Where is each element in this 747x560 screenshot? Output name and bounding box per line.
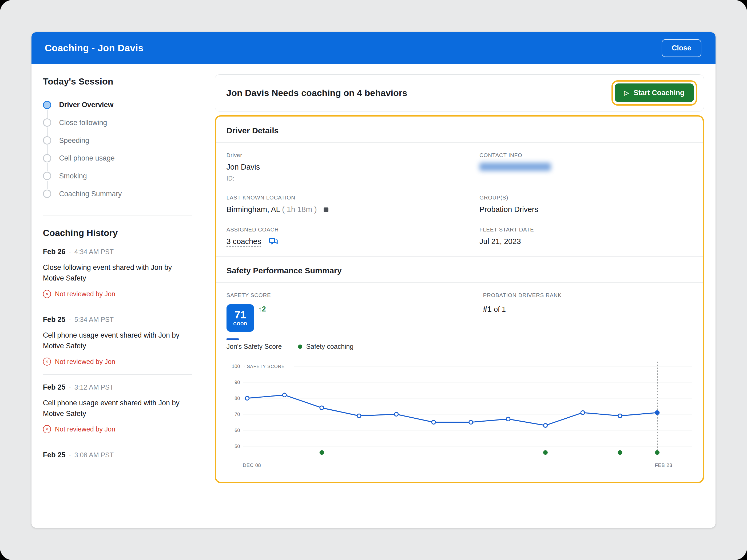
fleet-value: Jul 21, 2023	[480, 237, 692, 246]
history-status: Not reviewed by Jon	[43, 290, 192, 298]
history-event-text: Cell phone usage event shared with Jon b…	[43, 398, 192, 419]
history-entry[interactable]: Feb 253:12 AM PSTCell phone usage event …	[43, 383, 192, 434]
history-divider	[43, 374, 192, 375]
svg-text:60: 60	[234, 427, 240, 433]
coaches-link[interactable]: 3 coaches	[227, 237, 261, 247]
step-label: Cell phone usage	[59, 154, 114, 162]
not-reviewed-icon	[43, 425, 51, 433]
step-label: Speeding	[59, 136, 89, 144]
rank-label: PROBATION DRIVERS RANK	[483, 292, 692, 298]
section-divider	[216, 142, 703, 143]
driver-name: Jon Davis	[227, 163, 480, 171]
safety-score-chart: 5060708090100- SAFETY SCOREDEC 08FEB 23	[227, 358, 692, 472]
groups-field: GROUP(S) Probation Drivers	[480, 194, 692, 214]
history-timestamp: Feb 253:12 AM PST	[43, 383, 192, 392]
legend-line-label: Jon's Safety Score	[227, 343, 282, 350]
desktop-background: Coaching - Jon Davis Close Today's Sessi…	[0, 0, 747, 560]
step-radio-icon	[43, 172, 51, 180]
svg-text:80: 80	[234, 396, 240, 401]
location-duration: ( 1h 18m )	[282, 205, 317, 214]
banner-title: Jon Davis Needs coaching on 4 behaviors	[226, 88, 407, 98]
safety-score-stat: SAFETY SCORE 71 GOOD ↑2	[227, 292, 474, 332]
step-label: Smoking	[59, 172, 87, 180]
sidebar: Today's Session Driver OverviewClose fol…	[31, 64, 204, 528]
history-title: Coaching History	[43, 228, 192, 238]
svg-text:100: 100	[232, 364, 240, 369]
coaching-modal: Coaching - Jon Davis Close Today's Sessi…	[31, 32, 716, 528]
history-timestamp: Feb 255:34 AM PST	[43, 316, 192, 324]
location-field: LAST KNOWN LOCATION Birmingham, AL ( 1h …	[227, 194, 480, 214]
legend-dot-swatch	[298, 345, 302, 349]
rank-value: #1	[483, 305, 492, 313]
session-steps: Driver OverviewClose followingSpeedingCe…	[43, 96, 192, 205]
start-coaching-button[interactable]: ▷ Start Coaching	[615, 83, 694, 102]
history-entry[interactable]: Feb 264:34 AM PSTClose following event s…	[43, 248, 192, 298]
score-delta: ↑2	[258, 305, 266, 313]
not-reviewed-icon	[43, 290, 51, 298]
not-reviewed-icon	[43, 357, 51, 366]
safety-summary-section: Safety Performance Summary SAFETY SCORE …	[216, 257, 703, 482]
step-label: Close following	[59, 119, 107, 127]
session-step[interactable]: Driver Overview	[43, 96, 192, 114]
session-step[interactable]: Cell phone usage	[43, 149, 192, 167]
svg-text:90: 90	[234, 379, 240, 385]
screenshot-root: Coaching - Jon Davis Close Today's Sessi…	[0, 0, 747, 560]
session-title: Today's Session	[43, 76, 192, 87]
close-button[interactable]: Close	[662, 39, 701, 57]
legend-safety-score: Jon's Safety Score	[227, 339, 282, 350]
contact-info-redacted	[480, 163, 551, 171]
location-value: Birmingham, AL	[227, 205, 280, 214]
play-icon: ▷	[624, 90, 629, 96]
session-step[interactable]: Close following	[43, 114, 192, 132]
fleet-label: FLEET START DATE	[480, 226, 692, 233]
vehicle-status-icon	[324, 208, 328, 212]
session-step[interactable]: Speeding	[43, 132, 192, 150]
not-reviewed-label: Not reviewed by Jon	[55, 290, 115, 298]
not-reviewed-label: Not reviewed by Jon	[55, 358, 115, 366]
chart-legend: Jon's Safety Score Safety coaching	[227, 339, 692, 350]
coaching-history: Feb 264:34 AM PSTClose following event s…	[43, 248, 192, 459]
svg-text:DEC 08: DEC 08	[242, 462, 261, 468]
contact-field: CONTACT INFO	[480, 152, 692, 182]
step-radio-icon	[43, 101, 51, 109]
step-radio-icon	[43, 154, 51, 162]
history-timestamp: Feb 264:34 AM PST	[43, 248, 192, 256]
modal-title: Coaching - Jon Davis	[45, 43, 144, 54]
coaching-banner: Jon Davis Needs coaching on 4 behaviors …	[215, 74, 704, 111]
session-step[interactable]: Smoking	[43, 167, 192, 185]
safety-summary-title: Safety Performance Summary	[227, 266, 692, 275]
rank-stat: PROBATION DRIVERS RANK #1of 1	[474, 292, 692, 332]
history-divider	[43, 442, 192, 442]
safety-score-value: 71	[234, 310, 246, 320]
step-label: Driver Overview	[59, 101, 113, 109]
fleet-start-field: FLEET START DATE Jul 21, 2023	[480, 226, 692, 246]
history-event-text: Close following event shared with Jon by…	[43, 262, 192, 284]
safety-score-badge: 71 GOOD	[227, 304, 254, 332]
groups-label: GROUP(S)	[480, 194, 692, 201]
step-radio-icon	[43, 136, 51, 144]
svg-text:FEB 23: FEB 23	[655, 462, 672, 468]
legend-dot-label: Safety coaching	[306, 343, 354, 350]
coaches-chat-icon[interactable]	[269, 238, 278, 246]
assigned-coach-field: ASSIGNED COACH 3 coaches	[227, 226, 480, 246]
safety-stats: SAFETY SCORE 71 GOOD ↑2	[227, 292, 692, 332]
legend-line-swatch	[227, 339, 239, 340]
history-status: Not reviewed by Jon	[43, 425, 192, 433]
history-entry[interactable]: Feb 255:34 AM PSTCell phone usage event …	[43, 316, 192, 366]
history-entry[interactable]: Feb 253:08 AM PST	[43, 451, 192, 459]
not-reviewed-label: Not reviewed by Jon	[55, 425, 115, 433]
driver-summary-card: Driver Details Driver Jon Davis ID: — CO…	[215, 115, 704, 483]
rank-total: of 1	[494, 305, 506, 313]
session-step[interactable]: Coaching Summary	[43, 185, 192, 203]
history-event-text: Cell phone usage event shared with Jon b…	[43, 330, 192, 351]
step-radio-icon	[43, 190, 51, 198]
main-content: Jon Davis Needs coaching on 4 behaviors …	[204, 64, 716, 528]
groups-value: Probation Drivers	[480, 205, 692, 214]
driver-field: Driver Jon Davis ID: —	[227, 152, 480, 182]
safety-score-tier: GOOD	[233, 321, 247, 326]
step-label: Coaching Summary	[59, 190, 122, 198]
start-coaching-label: Start Coaching	[634, 89, 684, 97]
driver-id: ID: —	[227, 175, 480, 182]
location-label: LAST KNOWN LOCATION	[227, 194, 480, 201]
svg-text:50: 50	[234, 444, 240, 449]
